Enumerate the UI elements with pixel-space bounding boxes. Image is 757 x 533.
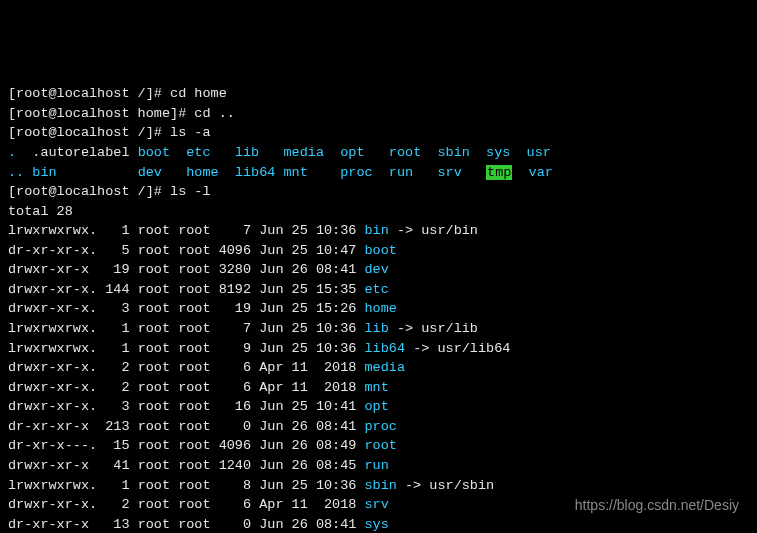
ls-a-entry: tmp: [486, 165, 512, 180]
file-name: sys: [365, 517, 389, 532]
ls-a-row: .. bin dev home lib64 mnt proc run srv t…: [8, 163, 749, 183]
ls-l-row: dr-xr-xr-x 13 root root 0 Jun 26 08:41 s…: [8, 515, 749, 533]
ls-a-entry: srv: [437, 165, 461, 180]
ls-a-entry: run: [389, 165, 413, 180]
file-name: mnt: [365, 380, 389, 395]
file-name: dev: [365, 262, 389, 277]
ls-a-entry: root: [389, 145, 421, 160]
file-name: opt: [365, 399, 389, 414]
ls-a-entry: lib: [235, 145, 259, 160]
ls-l-row: drwxr-xr-x. 3 root root 16 Jun 25 10:41 …: [8, 397, 749, 417]
ls-l-row: drwxr-xr-x. 3 root root 19 Jun 25 15:26 …: [8, 299, 749, 319]
ls-l-row: drwxr-xr-x. 2 root root 6 Apr 11 2018 me…: [8, 358, 749, 378]
ls-l-row: lrwxrwxrwx. 1 root root 7 Jun 25 10:36 b…: [8, 221, 749, 241]
file-name: lib64: [365, 341, 406, 356]
ls-a-entry: media: [284, 145, 325, 160]
ls-a-entry: usr: [527, 145, 551, 160]
file-name: root: [365, 438, 397, 453]
ls-l-row: dr-xr-xr-x 213 root root 0 Jun 26 08:41 …: [8, 417, 749, 437]
ls-a-entry: .autorelabel: [32, 145, 129, 160]
prompt-line: [root@localhost /]# ls -l: [8, 182, 749, 202]
ls-a-entry: .: [8, 145, 16, 160]
file-name: proc: [365, 419, 397, 434]
ls-a-entry: opt: [340, 145, 364, 160]
file-name: media: [365, 360, 406, 375]
ls-a-entry: etc: [186, 145, 210, 160]
file-name: home: [365, 301, 397, 316]
ls-a-entry: sys: [486, 145, 510, 160]
ls-a-entry: proc: [340, 165, 372, 180]
ls-a-entry: boot: [138, 145, 170, 160]
ls-a-row: . .autorelabel boot etc lib media opt ro…: [8, 143, 749, 163]
file-name: lib: [365, 321, 389, 336]
ls-a-entry: mnt: [284, 165, 308, 180]
file-name: srv: [365, 497, 389, 512]
ls-l-row: lrwxrwxrwx. 1 root root 9 Jun 25 10:36 l…: [8, 339, 749, 359]
prompt-line: [root@localhost home]# cd ..: [8, 104, 749, 124]
ls-a-entry: bin: [32, 165, 56, 180]
file-name: run: [365, 458, 389, 473]
ls-l-row: drwxr-xr-x. 2 root root 6 Apr 11 2018 mn…: [8, 378, 749, 398]
file-name: etc: [365, 282, 389, 297]
ls-a-entry: ..: [8, 165, 24, 180]
file-name: boot: [365, 243, 397, 258]
ls-a-entry: dev: [138, 165, 162, 180]
prompt-line: [root@localhost /]# cd home: [8, 84, 749, 104]
ls-l-row: lrwxrwxrwx. 1 root root 7 Jun 25 10:36 l…: [8, 319, 749, 339]
ls-a-entry: sbin: [437, 145, 469, 160]
ls-a-entry: home: [186, 165, 218, 180]
ls-l-row: drwxr-xr-x 19 root root 3280 Jun 26 08:4…: [8, 260, 749, 280]
file-name: bin: [365, 223, 389, 238]
terminal-output[interactable]: [root@localhost /]# cd home[root@localho…: [8, 84, 749, 533]
ls-a-entry: lib64: [235, 165, 276, 180]
ls-l-row: dr-xr-xr-x. 5 root root 4096 Jun 25 10:4…: [8, 241, 749, 261]
ls-l-row: dr-xr-x---. 15 root root 4096 Jun 26 08:…: [8, 436, 749, 456]
ls-l-row: drwxr-xr-x. 144 root root 8192 Jun 25 15…: [8, 280, 749, 300]
watermark: https://blog.csdn.net/Desiy: [575, 495, 739, 515]
ls-a-entry: var: [529, 165, 553, 180]
total-line: total 28: [8, 202, 749, 222]
ls-l-row: lrwxrwxrwx. 1 root root 8 Jun 25 10:36 s…: [8, 476, 749, 496]
file-name: sbin: [365, 478, 397, 493]
prompt-line: [root@localhost /]# ls -a: [8, 123, 749, 143]
ls-l-row: drwxr-xr-x 41 root root 1240 Jun 26 08:4…: [8, 456, 749, 476]
